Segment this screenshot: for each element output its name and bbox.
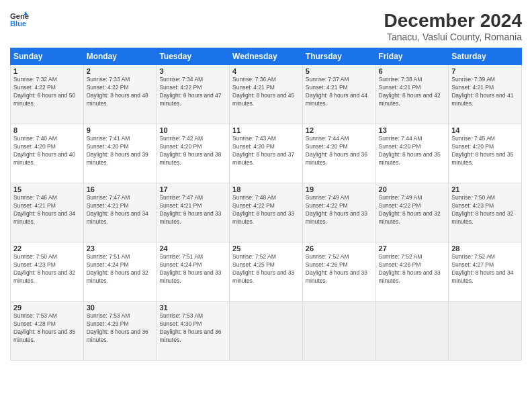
day-number: 23 bbox=[87, 244, 154, 253]
day-number: 24 bbox=[159, 244, 226, 253]
day-info: Sunrise: 7:52 AMSunset: 4:26 PMDaylight:… bbox=[379, 253, 441, 284]
day-number: 18 bbox=[232, 185, 300, 193]
day-cell: 27Sunrise: 7:52 AMSunset: 4:26 PMDayligh… bbox=[375, 242, 449, 302]
day-cell: 15Sunrise: 7:46 AMSunset: 4:21 PMDayligh… bbox=[11, 183, 84, 242]
day-cell: 5Sunrise: 7:37 AMSunset: 4:21 PMDaylight… bbox=[302, 65, 375, 124]
day-cell: 18Sunrise: 7:48 AMSunset: 4:22 PMDayligh… bbox=[230, 183, 303, 242]
col-header-tuesday: Tuesday bbox=[157, 48, 230, 65]
day-cell: 19Sunrise: 7:49 AMSunset: 4:22 PMDayligh… bbox=[302, 183, 375, 242]
day-cell: 24Sunrise: 7:51 AMSunset: 4:24 PMDayligh… bbox=[157, 242, 230, 302]
day-cell bbox=[302, 302, 375, 361]
day-number: 20 bbox=[379, 185, 446, 193]
day-cell: 26Sunrise: 7:52 AMSunset: 4:26 PMDayligh… bbox=[302, 242, 375, 302]
day-cell: 30Sunrise: 7:53 AMSunset: 4:29 PMDayligh… bbox=[83, 302, 157, 361]
day-info: Sunrise: 7:43 AMSunset: 4:20 PMDaylight:… bbox=[232, 135, 294, 166]
day-info: Sunrise: 7:51 AMSunset: 4:24 PMDaylight:… bbox=[87, 253, 148, 284]
day-cell bbox=[375, 302, 449, 361]
day-cell: 7Sunrise: 7:39 AMSunset: 4:21 PMDaylight… bbox=[449, 65, 522, 124]
day-cell: 29Sunrise: 7:53 AMSunset: 4:28 PMDayligh… bbox=[11, 302, 84, 361]
day-info: Sunrise: 7:50 AMSunset: 4:23 PMDaylight:… bbox=[13, 253, 75, 284]
day-number: 22 bbox=[13, 244, 81, 253]
day-cell: 20Sunrise: 7:49 AMSunset: 4:22 PMDayligh… bbox=[375, 183, 449, 242]
col-header-thursday: Thursday bbox=[302, 48, 375, 65]
day-cell bbox=[449, 302, 522, 361]
day-info: Sunrise: 7:48 AMSunset: 4:22 PMDaylight:… bbox=[232, 194, 294, 225]
day-number: 31 bbox=[159, 304, 226, 312]
day-info: Sunrise: 7:33 AMSunset: 4:22 PMDaylight:… bbox=[87, 76, 148, 107]
col-header-saturday: Saturday bbox=[449, 48, 522, 65]
day-info: Sunrise: 7:36 AMSunset: 4:21 PMDaylight:… bbox=[232, 76, 294, 107]
day-cell: 25Sunrise: 7:52 AMSunset: 4:25 PMDayligh… bbox=[230, 242, 303, 302]
day-number: 9 bbox=[87, 126, 154, 134]
day-number: 29 bbox=[13, 304, 81, 312]
day-cell: 28Sunrise: 7:52 AMSunset: 4:27 PMDayligh… bbox=[449, 242, 522, 302]
day-number: 28 bbox=[451, 244, 519, 253]
col-header-sunday: Sunday bbox=[11, 48, 84, 65]
day-number: 10 bbox=[159, 126, 226, 134]
day-cell: 12Sunrise: 7:44 AMSunset: 4:20 PMDayligh… bbox=[302, 124, 375, 183]
day-number: 16 bbox=[87, 185, 154, 193]
col-header-monday: Monday bbox=[83, 48, 157, 65]
day-cell: 21Sunrise: 7:50 AMSunset: 4:23 PMDayligh… bbox=[449, 183, 522, 242]
day-number: 27 bbox=[379, 244, 446, 253]
day-cell: 1Sunrise: 7:32 AMSunset: 4:22 PMDaylight… bbox=[11, 65, 84, 124]
week-row-1: 1Sunrise: 7:32 AMSunset: 4:22 PMDaylight… bbox=[11, 65, 522, 124]
day-number: 8 bbox=[13, 126, 81, 134]
page: General Blue December 2024 Tanacu, Vaslu… bbox=[0, 0, 532, 411]
header-row: SundayMondayTuesdayWednesdayThursdayFrid… bbox=[11, 48, 522, 65]
day-number: 14 bbox=[451, 126, 519, 134]
day-info: Sunrise: 7:42 AMSunset: 4:20 PMDaylight:… bbox=[159, 135, 221, 166]
day-cell: 6Sunrise: 7:38 AMSunset: 4:21 PMDaylight… bbox=[375, 65, 449, 124]
day-cell: 23Sunrise: 7:51 AMSunset: 4:24 PMDayligh… bbox=[83, 242, 157, 302]
day-number: 21 bbox=[451, 185, 519, 193]
day-number: 3 bbox=[159, 67, 226, 75]
day-info: Sunrise: 7:34 AMSunset: 4:22 PMDaylight:… bbox=[159, 76, 221, 107]
subtitle: Tanacu, Vaslui County, Romania bbox=[384, 32, 522, 42]
day-cell: 11Sunrise: 7:43 AMSunset: 4:20 PMDayligh… bbox=[230, 124, 303, 183]
day-info: Sunrise: 7:53 AMSunset: 4:29 PMDaylight:… bbox=[87, 312, 148, 343]
day-cell bbox=[230, 302, 303, 361]
day-info: Sunrise: 7:50 AMSunset: 4:23 PMDaylight:… bbox=[451, 194, 513, 225]
day-cell: 22Sunrise: 7:50 AMSunset: 4:23 PMDayligh… bbox=[11, 242, 84, 302]
day-number: 5 bbox=[306, 67, 373, 75]
day-info: Sunrise: 7:37 AMSunset: 4:21 PMDaylight:… bbox=[306, 76, 367, 107]
day-info: Sunrise: 7:49 AMSunset: 4:22 PMDaylight:… bbox=[379, 194, 441, 225]
header: General Blue December 2024 Tanacu, Vaslu… bbox=[10, 10, 522, 42]
logo-icon: General Blue bbox=[10, 10, 29, 29]
day-info: Sunrise: 7:52 AMSunset: 4:27 PMDaylight:… bbox=[451, 253, 513, 284]
day-info: Sunrise: 7:38 AMSunset: 4:21 PMDaylight:… bbox=[379, 76, 441, 107]
day-number: 26 bbox=[306, 244, 373, 253]
day-cell: 3Sunrise: 7:34 AMSunset: 4:22 PMDaylight… bbox=[157, 65, 230, 124]
day-info: Sunrise: 7:53 AMSunset: 4:30 PMDaylight:… bbox=[159, 312, 221, 343]
day-number: 25 bbox=[232, 244, 300, 253]
day-cell: 2Sunrise: 7:33 AMSunset: 4:22 PMDaylight… bbox=[83, 65, 157, 124]
day-info: Sunrise: 7:32 AMSunset: 4:22 PMDaylight:… bbox=[13, 76, 75, 107]
day-cell: 9Sunrise: 7:41 AMSunset: 4:20 PMDaylight… bbox=[83, 124, 157, 183]
day-info: Sunrise: 7:44 AMSunset: 4:20 PMDaylight:… bbox=[379, 135, 441, 166]
week-row-3: 15Sunrise: 7:46 AMSunset: 4:21 PMDayligh… bbox=[11, 183, 522, 242]
day-number: 19 bbox=[306, 185, 373, 193]
day-info: Sunrise: 7:53 AMSunset: 4:28 PMDaylight:… bbox=[13, 312, 75, 343]
day-number: 1 bbox=[13, 67, 81, 75]
day-cell: 4Sunrise: 7:36 AMSunset: 4:21 PMDaylight… bbox=[230, 65, 303, 124]
day-info: Sunrise: 7:40 AMSunset: 4:20 PMDaylight:… bbox=[13, 135, 75, 166]
day-info: Sunrise: 7:49 AMSunset: 4:22 PMDaylight:… bbox=[306, 194, 367, 225]
week-row-5: 29Sunrise: 7:53 AMSunset: 4:28 PMDayligh… bbox=[11, 302, 522, 361]
day-cell: 8Sunrise: 7:40 AMSunset: 4:20 PMDaylight… bbox=[11, 124, 84, 183]
day-info: Sunrise: 7:44 AMSunset: 4:20 PMDaylight:… bbox=[306, 135, 367, 166]
title-area: December 2024 Tanacu, Vaslui County, Rom… bbox=[384, 10, 522, 42]
week-row-4: 22Sunrise: 7:50 AMSunset: 4:23 PMDayligh… bbox=[11, 242, 522, 302]
day-cell: 17Sunrise: 7:47 AMSunset: 4:21 PMDayligh… bbox=[157, 183, 230, 242]
day-cell: 31Sunrise: 7:53 AMSunset: 4:30 PMDayligh… bbox=[157, 302, 230, 361]
day-cell: 14Sunrise: 7:45 AMSunset: 4:20 PMDayligh… bbox=[449, 124, 522, 183]
svg-text:Blue: Blue bbox=[10, 19, 26, 28]
day-info: Sunrise: 7:39 AMSunset: 4:21 PMDaylight:… bbox=[451, 76, 513, 107]
day-cell: 13Sunrise: 7:44 AMSunset: 4:20 PMDayligh… bbox=[375, 124, 449, 183]
day-number: 2 bbox=[87, 67, 154, 75]
week-row-2: 8Sunrise: 7:40 AMSunset: 4:20 PMDaylight… bbox=[11, 124, 522, 183]
col-header-wednesday: Wednesday bbox=[230, 48, 303, 65]
main-title: December 2024 bbox=[384, 10, 522, 32]
day-number: 6 bbox=[379, 67, 446, 75]
day-number: 4 bbox=[232, 67, 300, 75]
day-info: Sunrise: 7:41 AMSunset: 4:20 PMDaylight:… bbox=[87, 135, 148, 166]
